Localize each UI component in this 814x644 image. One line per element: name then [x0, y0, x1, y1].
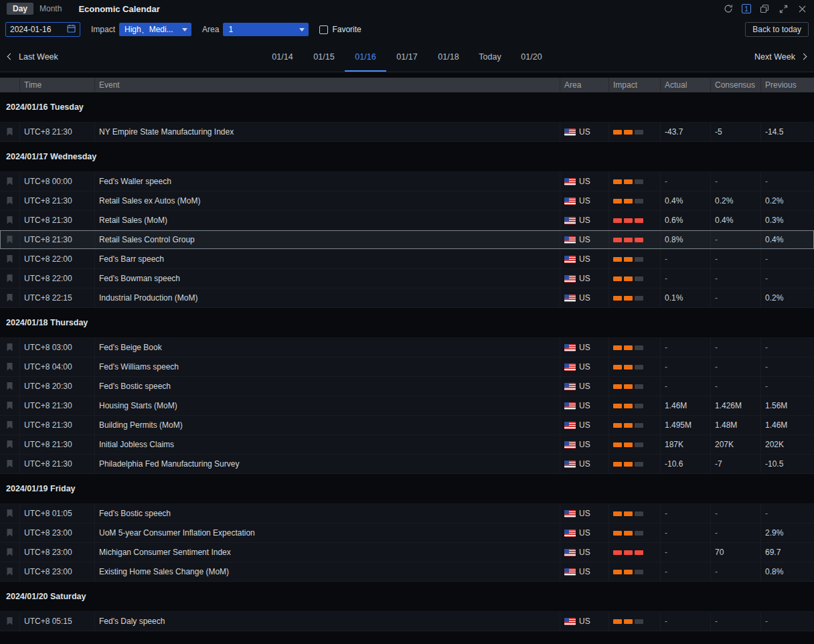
event-actual: - [661, 562, 711, 581]
event-time: UTC+8 21:30 [20, 191, 95, 210]
tab-month[interactable]: Month [33, 3, 68, 15]
event-row[interactable]: UTC+8 22:00Fed's Bowman speechUS--- [0, 269, 814, 289]
week-day-01-15[interactable]: 01/15 [303, 42, 345, 72]
event-name: Fed's Williams speech [95, 357, 560, 376]
checkbox-icon[interactable] [319, 25, 328, 34]
event-name: Building Permits (MoM) [95, 416, 560, 434]
date-group-header: 2024/01/16 Tuesday [0, 92, 814, 123]
event-row[interactable]: UTC+8 00:00Fed's Waller speechUS--- [0, 172, 814, 191]
event-time: UTC+8 23:00 [20, 524, 95, 542]
week-day-01-17[interactable]: 01/17 [386, 42, 428, 72]
event-row[interactable]: UTC+8 22:00Fed's Barr speechUS--- [0, 250, 814, 269]
us-flag-icon [564, 510, 576, 517]
event-row[interactable]: UTC+8 21:30Retail Sales (MoM)US0.6%0.4%0… [0, 211, 814, 230]
column-header-time: Time [20, 78, 95, 92]
event-row[interactable]: UTC+8 21:30Initial Jobless ClaimsUS187K2… [0, 435, 814, 455]
event-name: Industrial Production (MoM) [95, 289, 560, 307]
event-actual: - [661, 543, 711, 562]
bookmark-icon[interactable] [0, 357, 20, 376]
week-day-01-14[interactable]: 01/14 [262, 42, 303, 72]
column-header-actual: Actual [661, 78, 711, 92]
event-time: UTC+8 21:30 [20, 396, 95, 415]
date-picker[interactable]: 2024-01-16 [5, 22, 80, 37]
impact-indicator [609, 250, 661, 268]
bookmark-icon[interactable] [0, 338, 20, 357]
event-row[interactable]: UTC+8 21:30Retail Sales Control GroupUS0… [0, 230, 814, 250]
event-area: US [560, 230, 609, 249]
event-row[interactable]: UTC+8 21:30Retail Sales ex Autos (MoM)US… [0, 191, 814, 211]
bookmark-icon[interactable] [0, 416, 20, 434]
event-row[interactable]: UTC+8 05:15Fed's Daly speechUS--- [0, 612, 814, 631]
event-area: US [560, 289, 609, 307]
event-previous: 0.2% [761, 289, 814, 307]
event-row[interactable]: UTC+8 23:00Michigan Consumer Sentiment I… [0, 543, 814, 562]
expand-icon[interactable] [778, 3, 789, 14]
event-row[interactable]: UTC+8 20:30Fed's Bostic speechUS--- [0, 377, 814, 396]
event-row[interactable]: UTC+8 21:30NY Empire State Manufacturing… [0, 123, 814, 142]
event-row[interactable]: UTC+8 21:30Building Permits (MoM)US1.495… [0, 416, 814, 435]
bookmark-icon[interactable] [0, 191, 20, 210]
restore-icon[interactable] [759, 3, 770, 14]
impact-indicator [609, 543, 661, 562]
impact-select[interactable]: High、Medi... [119, 23, 191, 36]
event-row[interactable]: UTC+8 23:00UoM 5-year Consumer Inflation… [0, 524, 814, 543]
bookmark-icon[interactable] [0, 612, 20, 631]
week-day-01-16[interactable]: 01/16 [345, 42, 386, 72]
event-consensus: - [711, 269, 761, 288]
event-area: US [560, 524, 609, 542]
bookmark-icon[interactable] [0, 289, 20, 307]
event-area: US [560, 612, 609, 631]
bookmark-icon[interactable] [0, 172, 20, 191]
tab-day[interactable]: Day [7, 3, 33, 15]
event-actual: 187K [661, 435, 711, 454]
event-name: Retail Sales ex Autos (MoM) [95, 191, 560, 210]
close-icon[interactable] [797, 3, 807, 14]
event-actual: -10.6 [661, 455, 711, 473]
bookmark-icon[interactable] [0, 524, 20, 542]
event-time: UTC+8 21:30 [20, 211, 95, 230]
bookmark-icon[interactable] [0, 455, 20, 473]
event-consensus: - [711, 562, 761, 581]
event-row[interactable]: UTC+8 04:00Fed's Williams speechUS--- [0, 357, 814, 377]
impact-indicator [609, 123, 661, 141]
refresh-icon[interactable] [723, 3, 734, 14]
bookmark-icon[interactable] [0, 230, 20, 249]
column-header-area: Area [560, 78, 609, 92]
week-day-01-18[interactable]: 01/18 [428, 42, 469, 72]
week-day-01-20[interactable]: 01/20 [511, 42, 552, 72]
bookmark-icon[interactable] [0, 377, 20, 396]
event-area: US [560, 377, 609, 396]
event-previous: 0.8% [761, 562, 814, 581]
event-actual: - [661, 377, 711, 396]
bookmark-icon[interactable] [0, 435, 20, 454]
event-row[interactable]: UTC+8 21:30Housing Starts (MoM)US1.46M1.… [0, 396, 814, 416]
bookmark-icon[interactable] [0, 269, 20, 288]
back-to-today-button[interactable]: Back to today [745, 22, 809, 37]
area-select[interactable]: 1 [223, 23, 309, 36]
bookmark-icon[interactable] [0, 396, 20, 415]
event-row[interactable]: UTC+8 22:15Industrial Production (MoM)US… [0, 289, 814, 308]
next-week-button[interactable]: Next Week [754, 52, 806, 62]
event-row[interactable]: UTC+8 23:00Existing Home Sales Change (M… [0, 562, 814, 582]
bookmark-icon[interactable] [0, 211, 20, 230]
table-body: 2024/01/16 TuesdayUTC+8 21:30NY Empire S… [0, 92, 814, 631]
event-row[interactable]: UTC+8 03:00Fed's Beige BookUS--- [0, 338, 814, 357]
event-name: Fed's Barr speech [95, 250, 560, 268]
favorite-checkbox[interactable]: Favorite [319, 25, 361, 34]
bookmark-icon[interactable] [0, 562, 20, 581]
event-consensus: - [711, 612, 761, 631]
titlebar: Day Month Economic Calendar 1 [0, 0, 814, 17]
chevron-down-icon [299, 28, 305, 31]
event-row[interactable]: UTC+8 01:05Fed's Bostic speechUS--- [0, 504, 814, 524]
bookmark-icon[interactable] [0, 543, 20, 562]
bookmark-icon[interactable] [0, 123, 20, 141]
event-actual: - [661, 250, 711, 268]
bookmark-icon[interactable] [0, 250, 20, 268]
week-day-today[interactable]: Today [469, 42, 511, 72]
bookmark-icon[interactable] [0, 504, 20, 523]
window-count-icon[interactable]: 1 [742, 4, 751, 13]
event-row[interactable]: UTC+8 21:30Philadelphia Fed Manufacturin… [0, 455, 814, 474]
event-name: Fed's Bostic speech [95, 504, 560, 523]
column-header-previous: Previous [761, 78, 814, 92]
last-week-button[interactable]: Last Week [8, 52, 58, 62]
